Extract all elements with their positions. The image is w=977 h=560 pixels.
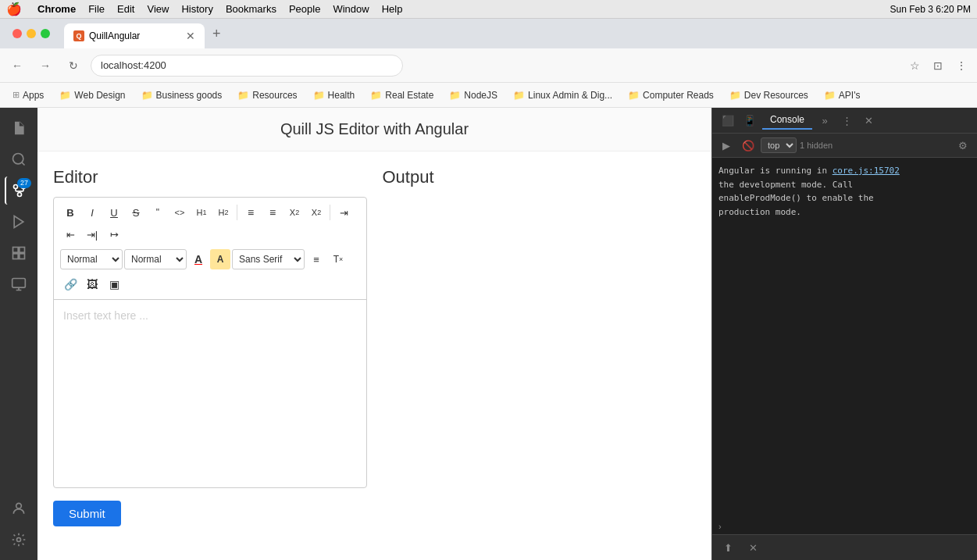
menu-view[interactable]: View	[147, 3, 169, 15]
align-right-button[interactable]: ⇥	[333, 202, 354, 223]
bookmark-computer-reads[interactable]: 📁 Computer Reads	[622, 87, 720, 103]
outdent-button[interactable]: ↦	[104, 224, 124, 244]
menu-edit[interactable]: Edit	[117, 3, 134, 15]
bookmark-star-icon[interactable]: ☆	[905, 56, 924, 75]
reload-button[interactable]: ↻	[62, 55, 84, 77]
devtools-device-icon[interactable]: 📱	[740, 111, 759, 130]
size-select-1[interactable]: Normal Small Large Huge	[60, 249, 123, 269]
devtools-context-select[interactable]: top	[761, 137, 797, 153]
back-button[interactable]: ←	[6, 55, 28, 77]
bookmark-business-goods[interactable]: 📁 Business goods	[135, 87, 229, 103]
bookmark-nodejs[interactable]: 📁 NodeJS	[443, 87, 504, 103]
strikethrough-button[interactable]: S	[126, 202, 146, 223]
devtools-expand-icon[interactable]: ✕	[743, 538, 762, 557]
vscode-extensions-icon[interactable]	[5, 239, 33, 267]
bookmark-resources[interactable]: 📁 Resources	[231, 87, 303, 103]
bookmark-web-design-label: Web Design	[74, 90, 125, 101]
menubar-clock: Sun Feb 3 6:20 PM	[890, 4, 971, 15]
superscript-button[interactable]: X2	[306, 202, 326, 223]
vscode-debug-icon[interactable]	[5, 208, 33, 236]
tab-title: QuillAngular	[89, 30, 181, 41]
new-tab-button[interactable]: +	[209, 23, 224, 45]
blockquote-button[interactable]: "	[148, 202, 168, 223]
bookmark-web-design[interactable]: 📁 Web Design	[53, 87, 131, 103]
image-button[interactable]: 🖼	[82, 274, 102, 294]
align-button[interactable]: ≡	[306, 249, 326, 269]
indent-button[interactable]: ⇥|	[82, 224, 102, 244]
h2-button[interactable]: H2	[213, 202, 234, 223]
align-left-button[interactable]: ⇤	[60, 224, 80, 244]
vscode-search-icon[interactable]	[5, 145, 33, 173]
menu-bookmarks[interactable]: Bookmarks	[226, 3, 276, 15]
ordered-list-button[interactable]: ≡	[241, 202, 261, 223]
underline-button[interactable]: U	[104, 202, 124, 223]
bookmark-real-estate[interactable]: 📁 Real Estate	[364, 87, 440, 103]
clear-format-button[interactable]: T×	[328, 249, 348, 269]
menu-window[interactable]: Window	[333, 3, 369, 15]
apple-menu[interactable]: 🍎	[6, 2, 22, 16]
minimize-light[interactable]	[27, 29, 36, 38]
output-label: Output	[383, 167, 697, 187]
vscode-accounts-icon[interactable]	[5, 494, 33, 523]
bold-button[interactable]: B	[60, 202, 80, 223]
active-tab[interactable]: Q QuillAngular ✕	[64, 23, 205, 48]
quill-content[interactable]: Insert text here ...	[54, 300, 366, 487]
devtools-sidebar-toggle[interactable]: ▶	[717, 136, 736, 155]
font-select[interactable]: Sans Serif Serif Monospace	[232, 249, 305, 269]
devtools-collapse-icon[interactable]: ⬆	[718, 538, 737, 557]
bookmark-apps[interactable]: ⊞ Apps	[6, 87, 50, 103]
devtools-bottom-bar: ⬆ ✕	[712, 534, 977, 560]
menu-chrome[interactable]: Chrome	[37, 3, 76, 15]
bookmark-dev-resources[interactable]: 📁 Dev Resources	[723, 87, 815, 103]
link-button[interactable]: 🔗	[60, 274, 80, 294]
devtools-kebab-menu[interactable]: ⋮	[837, 111, 856, 130]
close-light[interactable]	[12, 29, 22, 38]
maximize-light[interactable]	[41, 29, 50, 38]
vscode-explorer-icon[interactable]	[5, 114, 33, 142]
italic-button[interactable]: I	[82, 202, 102, 223]
video-button[interactable]: ▣	[104, 274, 124, 294]
menubar: 🍎 Chrome File Edit View History Bookmark…	[0, 0, 977, 19]
devtools-console-tab[interactable]: Console	[762, 111, 812, 130]
menu-people[interactable]: People	[289, 3, 320, 15]
size-select-2[interactable]: Normal Small Large Huge	[124, 249, 187, 269]
forward-button[interactable]: →	[34, 55, 56, 77]
devtools-close-button[interactable]: ✕	[859, 111, 878, 130]
subscript-button[interactable]: X2	[284, 202, 305, 223]
bookmark-linux-admin[interactable]: 📁 Linux Admin & Dig...	[507, 87, 619, 103]
web-design-folder-icon: 📁	[59, 90, 71, 101]
toolbar-separator-1	[237, 205, 237, 220]
devtools-inspect-icon[interactable]: ⬛	[718, 111, 737, 130]
devtools-more-tabs-icon[interactable]: »	[815, 111, 834, 130]
devtools-clear-icon[interactable]: 🚫	[739, 136, 758, 155]
vscode-settings-icon[interactable]	[5, 526, 33, 554]
menu-history[interactable]: History	[181, 3, 212, 15]
submit-button[interactable]: Submit	[53, 501, 121, 526]
page-title: Quill JS Editor with Angular	[280, 120, 469, 137]
bookmark-health[interactable]: 📁 Health	[307, 87, 362, 103]
menu-file[interactable]: File	[88, 3, 105, 15]
vscode-git-icon[interactable]: 27	[5, 177, 33, 205]
text-color-button[interactable]: A	[188, 249, 209, 269]
quill-placeholder: Insert text here ...	[63, 309, 148, 322]
tab-close-button[interactable]: ✕	[186, 30, 195, 42]
devtools-gear-icon[interactable]: ⚙	[954, 136, 972, 155]
quill-toolbar: B I U S " <> H1 H2 ≡ ≡	[54, 198, 366, 300]
bookmark-apis[interactable]: 📁 API's	[818, 87, 867, 103]
computer-reads-folder-icon: 📁	[628, 90, 640, 101]
url-bar[interactable]: localhost:4200	[91, 55, 403, 77]
menu-help[interactable]: Help	[382, 3, 403, 15]
toolbar-separator-2	[330, 205, 330, 220]
code-block-button[interactable]: <>	[169, 202, 190, 223]
toolbar-row-1: B I U S " <> H1 H2 ≡ ≡	[60, 202, 360, 244]
console-link[interactable]: core.js:15702	[833, 166, 900, 176]
bullet-list-button[interactable]: ≡	[262, 202, 283, 223]
vscode-remote-icon[interactable]	[5, 270, 33, 298]
tab-bar: Q QuillAngular ✕ +	[0, 19, 977, 48]
bookmarks-bar: ⊞ Apps 📁 Web Design 📁 Business goods 📁 R…	[0, 83, 977, 108]
h1-button[interactable]: H1	[191, 202, 212, 223]
linux-admin-folder-icon: 📁	[513, 90, 525, 101]
settings-icon[interactable]: ⋮	[952, 56, 971, 75]
extension-icon[interactable]: ⊡	[929, 56, 947, 75]
background-color-button[interactable]: A	[210, 249, 230, 269]
